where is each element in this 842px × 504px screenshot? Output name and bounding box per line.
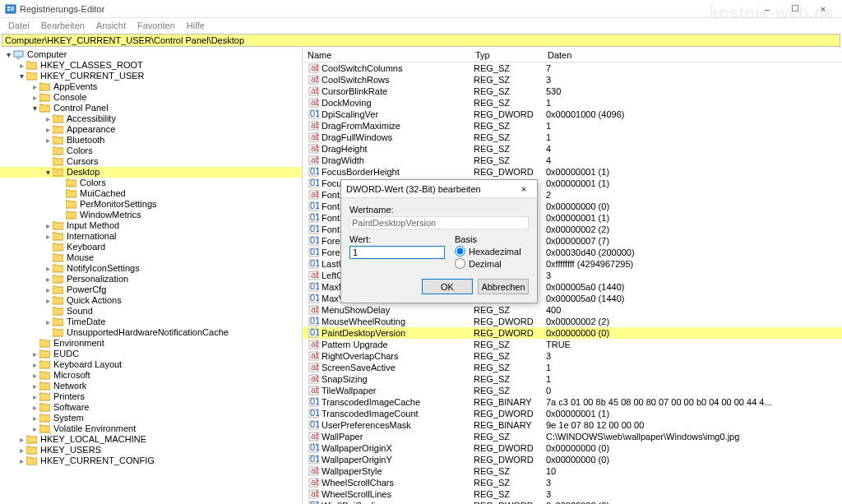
tree-node[interactable]: ▸Personalization	[0, 274, 302, 284]
caret-right-icon[interactable]: ▸	[43, 135, 53, 146]
value-row[interactable]: abRightOverlapCharsREG_SZ3	[303, 350, 842, 362]
tree-node[interactable]: Colors	[0, 146, 302, 156]
tree-node[interactable]: Environment	[0, 338, 302, 349]
caret-right-icon[interactable]: ▸	[16, 445, 26, 455]
tree-node[interactable]: ▸PowerCfg	[0, 284, 302, 295]
radio-dec[interactable]: Dezimal	[455, 258, 529, 269]
tree-node[interactable]: ▸International	[0, 231, 302, 242]
tree-node[interactable]: Colors	[0, 178, 302, 188]
value-row[interactable]: 011UserPreferencesMaskREG_BINARY9e 1e 07…	[303, 419, 842, 431]
tree-node[interactable]: Sound	[0, 306, 302, 317]
caret-down-icon[interactable]: ▾	[16, 71, 26, 81]
maximize-button[interactable]: ☐	[781, 1, 809, 17]
caret-right-icon[interactable]: ▸	[30, 370, 39, 381]
caret-right-icon[interactable]: ▸	[43, 113, 53, 124]
caret-down-icon[interactable]: ▾	[43, 167, 53, 178]
value-row[interactable]: abWheelScrollCharsREG_SZ3	[303, 477, 842, 488]
caret-right-icon[interactable]: ▸	[43, 124, 53, 135]
ok-button[interactable]: OK	[422, 279, 473, 294]
value-row[interactable]: 011TranscodedImageCountREG_DWORD0x000000…	[303, 408, 842, 419]
tree-node[interactable]: ▸Appearance	[0, 124, 302, 135]
tree-node[interactable]: ▸Printers	[0, 391, 302, 402]
tree-node[interactable]: ▸Volatile Environment	[0, 423, 302, 434]
value-row[interactable]: abSnapSizingREG_SZ1	[303, 373, 842, 385]
value-row[interactable]: abPattern UpgradeREG_SZTRUE	[303, 339, 842, 350]
caret-right-icon[interactable]: ▸	[30, 423, 39, 434]
tree-node[interactable]: ▸Quick Actions	[0, 295, 302, 306]
menu-bearbeiten[interactable]: Bearbeiten	[36, 21, 90, 30]
tree-node[interactable]: ▾Computer	[0, 49, 302, 60]
tree-node[interactable]: ▸Software	[0, 402, 302, 413]
tree-node[interactable]: ▸Microsoft	[0, 370, 302, 381]
tree-node[interactable]: ▾HKEY_CURRENT_USER	[0, 71, 302, 81]
address-bar[interactable]: Computer\HKEY_CURRENT_USER\Control Panel…	[2, 34, 840, 47]
tree-node[interactable]: ▸Console	[0, 92, 302, 103]
tree-node[interactable]: Mouse	[0, 252, 302, 263]
tree-node[interactable]: UnsupportedHardwareNotificationCache	[0, 327, 302, 338]
tree-node[interactable]: ▸AppEvents	[0, 81, 302, 92]
caret-right-icon[interactable]: ▸	[43, 295, 53, 306]
value-row[interactable]: abDragHeightREG_SZ4	[303, 143, 842, 155]
value-row[interactable]: abDockMovingREG_SZ1	[303, 97, 842, 109]
col-type[interactable]: Typ	[470, 50, 543, 60]
tree-node[interactable]: ▸HKEY_CURRENT_CONFIG	[0, 455, 302, 466]
value-row[interactable]: abTileWallpaperREG_SZ0	[303, 385, 842, 396]
close-button[interactable]: ×	[809, 1, 837, 17]
tree-node[interactable]: Keyboard	[0, 242, 302, 252]
tree-node[interactable]: PerMonitorSettings	[0, 199, 302, 210]
tree-node[interactable]: ▸EUDC	[0, 349, 302, 359]
tree-node[interactable]: ▸HKEY_LOCAL_MACHINE	[0, 434, 302, 445]
tree-node[interactable]: ▸Bluetooth	[0, 135, 302, 146]
value-row[interactable]: abDragWidthREG_SZ4	[303, 155, 842, 166]
cancel-button[interactable]: Abbrechen	[478, 279, 529, 294]
caret-down-icon[interactable]: ▾	[30, 103, 39, 113]
value-row[interactable]: 011WallpaperOriginYREG_DWORD0x00000000 (…	[303, 454, 842, 465]
tree-node[interactable]: Cursors	[0, 156, 302, 167]
caret-right-icon[interactable]: ▸	[16, 60, 26, 71]
wert-input[interactable]	[349, 246, 445, 259]
value-row[interactable]: abCoolSwitchColumnsREG_SZ7	[303, 62, 842, 74]
tree-node[interactable]: ▸Network	[0, 381, 302, 391]
tree-node[interactable]: ▸Input Method	[0, 220, 302, 231]
caret-right-icon[interactable]: ▸	[30, 359, 39, 370]
value-row[interactable]: abCursorBlinkRateREG_SZ530	[303, 86, 842, 97]
value-row[interactable]: 011TranscodedImageCacheREG_BINARY7a c3 0…	[303, 396, 842, 408]
tree-node[interactable]: ▾Control Panel	[0, 103, 302, 113]
caret-right-icon[interactable]: ▸	[30, 402, 39, 413]
caret-right-icon[interactable]: ▸	[30, 413, 39, 423]
radio-hex[interactable]: Hexadezimal	[455, 246, 529, 257]
caret-right-icon[interactable]: ▸	[43, 231, 53, 242]
caret-right-icon[interactable]: ▸	[43, 284, 53, 295]
caret-right-icon[interactable]: ▸	[43, 263, 53, 274]
tree-node[interactable]: ▸HKEY_CLASSES_ROOT	[0, 60, 302, 71]
value-row[interactable]: abWheelScrollLinesREG_SZ3	[303, 488, 842, 500]
value-row[interactable]: abWallpaperStyleREG_SZ10	[303, 465, 842, 477]
value-row[interactable]: 011MouseWheelRoutingREG_DWORD0x00000002 …	[303, 316, 842, 327]
tree-node[interactable]: ▸Keyboard Layout	[0, 359, 302, 370]
menu-hilfe[interactable]: Hilfe	[182, 21, 210, 30]
caret-right-icon[interactable]: ▸	[16, 434, 26, 445]
tree-view[interactable]: ▾Computer▸HKEY_CLASSES_ROOT▾HKEY_CURRENT…	[0, 48, 303, 504]
caret-right-icon[interactable]: ▸	[30, 81, 39, 92]
minimize-button[interactable]: –	[753, 1, 781, 17]
caret-down-icon[interactable]: ▾	[3, 49, 13, 60]
dialog-close-icon[interactable]: ×	[516, 184, 532, 194]
menu-favoriten[interactable]: Favoriten	[132, 21, 180, 30]
caret-right-icon[interactable]: ▸	[30, 391, 39, 402]
tree-node[interactable]: ▸HKEY_USERS	[0, 445, 302, 455]
caret-right-icon[interactable]: ▸	[43, 220, 53, 231]
tree-node[interactable]: MuiCached	[0, 188, 302, 199]
tree-node[interactable]: ▸System	[0, 413, 302, 423]
tree-node[interactable]: ▸Accessibility	[0, 113, 302, 124]
value-row[interactable]: abScreenSaveActiveREG_SZ1	[303, 362, 842, 373]
value-row[interactable]: 011Win8DpiScalingREG_DWORD0x00000000 (0)	[303, 500, 842, 504]
value-row[interactable]: 011DpiScalingVerREG_DWORD0x00001000 (409…	[303, 109, 842, 120]
caret-right-icon[interactable]: ▸	[16, 455, 26, 466]
value-row[interactable]: 011WallpaperOriginXREG_DWORD0x00000000 (…	[303, 442, 842, 454]
tree-node[interactable]: ▸NotifyIconSettings	[0, 263, 302, 274]
caret-right-icon[interactable]: ▸	[43, 317, 53, 327]
menu-datei[interactable]: Datei	[3, 21, 35, 30]
value-row[interactable]: abMenuShowDelayREG_SZ400	[303, 304, 842, 316]
value-row[interactable]: 011FocusBorderHeightREG_DWORD0x00000001 …	[303, 166, 842, 178]
tree-node[interactable]: ▸TimeDate	[0, 317, 302, 327]
